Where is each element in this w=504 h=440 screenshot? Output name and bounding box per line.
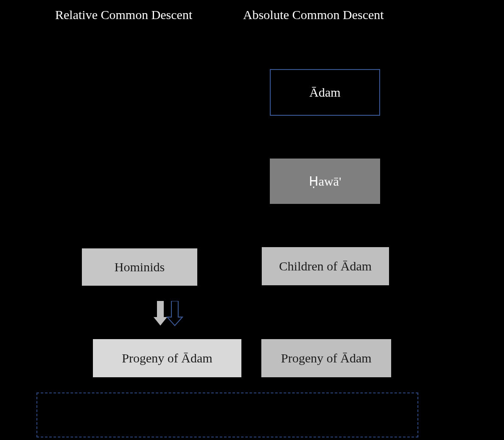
caption-box: [36, 393, 418, 437]
svg-rect-0: [157, 301, 164, 317]
arrow-pair: [153, 301, 184, 326]
arrow-down-filled-icon: [154, 301, 167, 326]
box-hominids: Hominids: [82, 248, 197, 286]
box-progeny-left: Progeny of Ādam: [93, 339, 241, 377]
arrow-down-outline-icon: [167, 301, 182, 326]
box-hawa: Ḥawā': [270, 159, 380, 204]
box-progeny-right: Progeny of Ādam: [261, 339, 391, 377]
svg-marker-1: [154, 317, 167, 326]
box-children-of-adam: Children of Ādam: [262, 247, 389, 285]
box-adam: Ādam: [270, 69, 380, 116]
heading-relative: Relative Common Descent: [55, 8, 192, 22]
heading-absolute: Absolute Common Descent: [243, 8, 384, 22]
